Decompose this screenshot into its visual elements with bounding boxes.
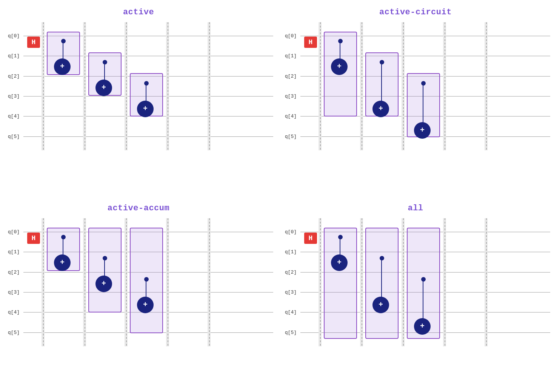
target-circle	[372, 101, 389, 117]
target-circle	[137, 297, 154, 313]
panel-title-active-accum: active-accum	[108, 204, 169, 213]
target-circle	[414, 122, 431, 139]
target-circle	[95, 276, 112, 292]
control-dot	[421, 277, 426, 282]
panel-active-accum: active-accum q[0] q[1] q[2] q[3] q[4] q[…	[0, 196, 277, 392]
control-dot	[421, 81, 426, 86]
qubit-label: q[0]	[4, 34, 20, 38]
qubit-label: q[5]	[281, 134, 297, 139]
separator	[443, 22, 446, 150]
separator	[360, 218, 363, 346]
qubit-label: q[0]	[281, 34, 297, 38]
connect-line	[381, 62, 382, 106]
target-circle	[54, 254, 71, 271]
separator	[125, 22, 128, 150]
control-dot	[338, 39, 343, 43]
panel-active-circuit: active-circuit q[0] q[1] q[2] q[3] q[4] …	[277, 0, 554, 196]
target-circle	[331, 254, 348, 271]
separator	[319, 22, 322, 150]
control-dot	[103, 60, 107, 64]
h-gate: H	[27, 37, 40, 48]
qubit-label: q[3]	[281, 94, 297, 99]
separator	[485, 22, 488, 150]
separator	[402, 22, 405, 150]
qubit-labels: q[0] q[1] q[2] q[3] q[4] q[5]	[4, 218, 20, 346]
qubit-label: q[3]	[4, 290, 20, 295]
qubit-labels: q[0] q[1] q[2] q[3] q[4] q[5]	[281, 218, 297, 346]
circuit-active: q[0] q[1] q[2] q[3] q[4] q[5] H	[4, 22, 273, 150]
qubit-label: q[4]	[281, 310, 297, 315]
separator	[125, 218, 128, 346]
qubit-label: q[1]	[4, 54, 20, 58]
qubit-label: q[0]	[281, 230, 297, 234]
panel-active: active q[0] q[1] q[2] q[3] q[4] q[5]	[0, 0, 277, 196]
qubit-label: q[2]	[281, 74, 297, 79]
control-dot	[61, 39, 66, 43]
control-dot	[61, 235, 66, 239]
separator	[166, 22, 169, 150]
wire-area: H	[300, 218, 550, 346]
wire-area: H	[300, 22, 550, 150]
qubit-labels: q[0] q[1] q[2] q[3] q[4] q[5]	[281, 22, 297, 150]
circuit-active-accum: q[0] q[1] q[2] q[3] q[4] q[5] H	[4, 218, 273, 346]
separator	[166, 218, 169, 346]
target-circle	[414, 318, 431, 335]
qubit-label: q[4]	[281, 114, 297, 119]
separator	[485, 218, 488, 346]
control-dot	[338, 235, 343, 239]
connect-line	[423, 279, 423, 323]
qubit-label: q[5]	[4, 134, 20, 139]
circuit-all: q[0] q[1] q[2] q[3] q[4] q[5] H	[281, 218, 550, 346]
control-dot	[380, 256, 384, 260]
gate-highlight	[88, 228, 122, 312]
qubit-label: q[4]	[4, 114, 20, 119]
separator	[319, 218, 322, 346]
connect-line	[423, 83, 423, 127]
panel-title-all: all	[408, 204, 423, 213]
control-dot	[380, 60, 384, 64]
target-circle	[331, 58, 348, 75]
qubit-label: q[5]	[4, 330, 20, 335]
qubit-label: q[3]	[4, 94, 20, 99]
qubit-labels-active: q[0] q[1] q[2] q[3] q[4] q[5]	[4, 22, 20, 150]
circuit-active-circuit: q[0] q[1] q[2] q[3] q[4] q[5] H	[281, 22, 550, 150]
gate-highlight	[324, 228, 357, 339]
control-dot	[144, 277, 149, 282]
separator	[42, 218, 45, 346]
qubit-label: q[3]	[281, 290, 297, 295]
h-gate: H	[304, 37, 317, 48]
target-circle	[54, 58, 71, 75]
qubit-label: q[0]	[4, 230, 20, 234]
target-circle	[372, 297, 389, 313]
separator	[83, 218, 86, 346]
separator	[208, 22, 211, 150]
h-gate: H	[27, 233, 40, 244]
qubit-label: q[4]	[4, 310, 20, 315]
qubit-label: q[2]	[4, 270, 20, 275]
separator	[402, 218, 405, 346]
separator	[83, 22, 86, 150]
separator	[42, 22, 45, 150]
panel-all: all q[0] q[1] q[2] q[3] q[4] q[5]	[277, 196, 554, 392]
qubit-label: q[5]	[281, 330, 297, 335]
separator	[360, 22, 363, 150]
wire-area: H	[23, 218, 273, 346]
h-gate: H	[304, 233, 317, 244]
connect-line	[381, 258, 382, 302]
panel-title-active-circuit: active-circuit	[379, 8, 452, 17]
qubit-label: q[2]	[4, 74, 20, 79]
qubit-label: q[2]	[281, 270, 297, 275]
qubit-label: q[1]	[4, 250, 20, 254]
target-circle	[137, 101, 154, 117]
control-dot	[103, 256, 107, 260]
gate-highlight	[365, 228, 399, 339]
wire-area: H	[23, 22, 273, 150]
control-dot	[144, 81, 149, 86]
qubit-label: q[1]	[281, 250, 297, 254]
qubit-label: q[1]	[281, 54, 297, 58]
panel-title-active: active	[123, 8, 154, 17]
target-circle	[95, 80, 112, 96]
separator	[208, 218, 211, 346]
separator	[443, 218, 446, 346]
